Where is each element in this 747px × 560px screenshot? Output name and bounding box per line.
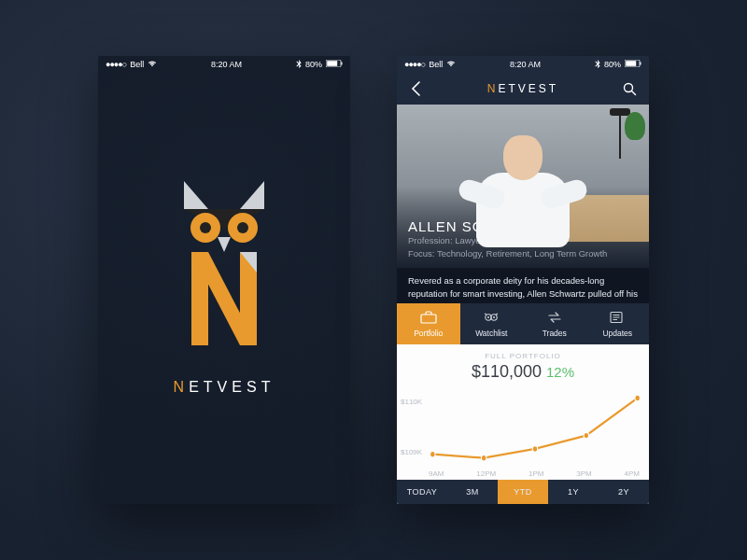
profile-bio: Revered as a corporate deity for his dec… xyxy=(397,268,649,303)
svg-marker-3 xyxy=(184,181,208,209)
signal-dots-icon: ●●●●○ xyxy=(106,60,126,69)
nav-title: NETVEST xyxy=(487,82,558,95)
svg-rect-20 xyxy=(421,315,436,323)
carrier-label: Bell xyxy=(130,60,144,69)
svg-rect-17 xyxy=(640,63,641,65)
svg-point-31 xyxy=(532,446,537,453)
phone-profile: ●●●●○ Bell 8:20 AM 80% NETVEST xyxy=(397,56,649,504)
news-icon xyxy=(609,311,626,326)
timeframe-bar: TODAY 3M YTD 1Y 2Y xyxy=(397,480,649,504)
svg-line-19 xyxy=(632,91,636,94)
svg-rect-1 xyxy=(327,61,337,66)
bluetooth-icon xyxy=(595,60,600,70)
timeframe-today[interactable]: TODAY xyxy=(397,480,447,504)
brand-wordmark: NETVEST xyxy=(174,379,275,396)
svg-point-23 xyxy=(487,316,489,318)
section-tabs: Portfolio Watchlist Trades Updates xyxy=(397,303,649,344)
svg-rect-16 xyxy=(626,61,636,66)
carrier-label: Bell xyxy=(429,60,443,69)
wifi-icon xyxy=(148,60,157,69)
timeframe-ytd[interactable]: YTD xyxy=(498,480,548,504)
signal-dots-icon: ●●●●○ xyxy=(404,60,425,69)
timeframe-1y[interactable]: 1Y xyxy=(548,480,599,504)
svg-rect-2 xyxy=(341,63,342,65)
battery-label: 80% xyxy=(305,60,322,69)
clock-label: 8:20 AM xyxy=(211,60,242,69)
svg-point-32 xyxy=(584,432,588,439)
svg-marker-10 xyxy=(218,237,231,252)
clock-label: 8:20 AM xyxy=(510,60,541,69)
svg-point-8 xyxy=(200,222,211,233)
owl-logo xyxy=(163,181,285,362)
line-chart-svg xyxy=(427,385,643,469)
back-button[interactable] xyxy=(406,79,425,98)
search-button[interactable] xyxy=(621,79,640,98)
status-bar: ●●●●○ Bell 8:20 AM 80% xyxy=(98,56,350,73)
timeframe-3m[interactable]: 3M xyxy=(447,480,498,504)
battery-label: 80% xyxy=(604,60,621,69)
tab-watchlist[interactable]: Watchlist xyxy=(460,303,524,344)
splash-content: NETVEST xyxy=(98,73,350,504)
tab-label: Portfolio xyxy=(414,329,443,338)
svg-point-9 xyxy=(237,222,248,233)
hero-image xyxy=(397,105,649,268)
portfolio-panel: FULL PORTFOLIO $110,000 12% $110K $109K … xyxy=(397,344,649,504)
battery-icon xyxy=(625,60,641,69)
profile-hero: ALLEN SCHWARTZ Profession: Lawyer Focus:… xyxy=(397,105,649,268)
briefcase-icon xyxy=(420,311,437,326)
status-bar: ●●●●○ Bell 8:20 AM 80% xyxy=(397,56,649,73)
portfolio-pct: 12% xyxy=(546,364,574,380)
brand-pre: N xyxy=(174,379,190,395)
tab-label: Trades xyxy=(543,329,567,338)
tab-trades[interactable]: Trades xyxy=(523,303,586,344)
tab-label: Watchlist xyxy=(475,329,507,338)
brand-mid: ET xyxy=(189,379,217,395)
tab-label: Updates xyxy=(602,329,632,338)
y-tick: $110K xyxy=(401,397,422,405)
bluetooth-icon xyxy=(296,60,302,70)
svg-point-24 xyxy=(493,316,495,318)
tab-portfolio[interactable]: Portfolio xyxy=(397,303,460,344)
portfolio-label: FULL PORTFOLIO xyxy=(397,352,649,360)
brand-post: VEST xyxy=(218,379,275,395)
svg-point-29 xyxy=(430,451,435,457)
tab-updates[interactable]: Updates xyxy=(586,303,650,344)
exchange-icon xyxy=(546,311,563,326)
timeframe-2y[interactable]: 2Y xyxy=(599,480,649,504)
portfolio-value: $110,000 12% xyxy=(397,362,649,382)
phone-splash: ●●●●○ Bell 8:20 AM 80% xyxy=(98,56,350,504)
owl-icon xyxy=(483,311,500,326)
portfolio-chart[interactable]: $110K $109K xyxy=(397,382,649,469)
battery-icon xyxy=(326,60,343,69)
svg-point-30 xyxy=(481,455,486,461)
svg-marker-4 xyxy=(240,181,264,209)
svg-point-33 xyxy=(635,395,640,401)
y-tick: $109K xyxy=(401,448,422,456)
wifi-icon xyxy=(446,60,456,69)
nav-bar: NETVEST xyxy=(397,73,649,105)
